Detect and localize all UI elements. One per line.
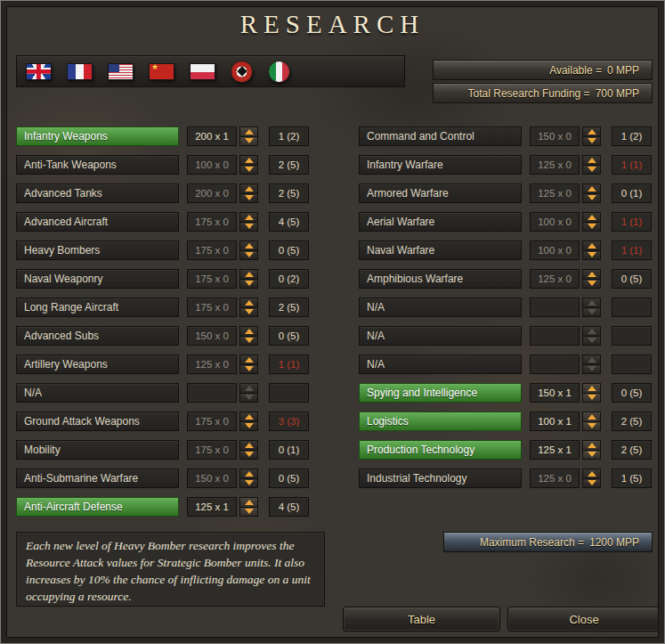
spinner-down-button[interactable]: [582, 136, 601, 147]
research-row: Advanced Aircraft 175 x 0 4 (5): [16, 212, 309, 232]
spinner-down-button[interactable]: [239, 507, 258, 518]
research-category-label[interactable]: Long Range Aircraft: [16, 298, 179, 317]
research-category-label[interactable]: Infantry Weapons: [16, 126, 179, 146]
research-category-label[interactable]: Anti-Aircraft Defense: [16, 497, 179, 517]
spinner-up-button[interactable]: [582, 183, 601, 193]
spinner-down-button[interactable]: [239, 165, 258, 175]
spinner-up-button[interactable]: [582, 212, 601, 222]
research-category-label[interactable]: Armored Warfare: [359, 183, 522, 203]
spinner-up-button[interactable]: [239, 183, 258, 193]
spinner-up-button[interactable]: [239, 469, 258, 478]
spinner-down-button[interactable]: [239, 478, 258, 489]
research-category-label[interactable]: N/A: [359, 326, 522, 346]
flag-france-icon[interactable]: [67, 63, 93, 80]
research-category-label[interactable]: Advanced Aircraft: [16, 212, 179, 232]
research-category-label[interactable]: Heavy Bombers: [16, 240, 179, 260]
spinner-down-button[interactable]: [239, 364, 258, 375]
spinner-down-button[interactable]: [582, 450, 601, 461]
research-category-label[interactable]: N/A: [359, 298, 522, 317]
table-button[interactable]: Table: [343, 607, 500, 632]
research-category-label[interactable]: Advanced Subs: [16, 326, 179, 346]
research-category-label[interactable]: Ground Attack Weapons: [16, 412, 179, 431]
research-category-label[interactable]: Advanced Tanks: [16, 183, 179, 203]
spinner-down-button[interactable]: [239, 222, 258, 232]
flag-united-kingdom-icon[interactable]: [26, 63, 52, 80]
spinner-up-button[interactable]: [239, 240, 258, 250]
spinner-up-button[interactable]: [239, 212, 258, 222]
research-category-label[interactable]: N/A: [359, 355, 522, 374]
spinner-down-button[interactable]: [239, 279, 258, 289]
research-cost-box: 175 x 0: [187, 440, 237, 460]
spinner-down-button[interactable]: [582, 393, 601, 404]
arrow-down-icon: [245, 366, 254, 371]
flag-poland-icon[interactable]: [190, 63, 215, 80]
research-row: N/A: [359, 326, 652, 346]
research-category-label[interactable]: Command and Control: [359, 126, 522, 146]
flag-italy-icon[interactable]: [268, 61, 290, 83]
spinner-down-button[interactable]: [582, 250, 601, 261]
research-cost-box: 125 x 1: [530, 440, 580, 460]
spinner-down-button[interactable]: [582, 364, 601, 375]
research-category-label[interactable]: Artillery Weapons: [16, 355, 179, 374]
spinner-down-button[interactable]: [239, 250, 258, 261]
spinner-up-button[interactable]: [582, 355, 601, 364]
spinner-down-button[interactable]: [582, 307, 601, 318]
research-category-label[interactable]: Anti-Submarine Warfare: [16, 469, 179, 488]
spinner-up-button[interactable]: [239, 326, 258, 336]
spinner-up-button[interactable]: [239, 126, 258, 136]
research-category-label[interactable]: Industrial Technology: [359, 469, 522, 488]
research-category-label[interactable]: Spying and Intelligence: [359, 383, 522, 403]
spinner-down-button[interactable]: [239, 421, 258, 432]
arrow-up-icon: [588, 443, 596, 448]
spinner-up-button[interactable]: [582, 383, 601, 393]
spinner-down-button[interactable]: [239, 136, 258, 147]
spinner-down-button[interactable]: [239, 307, 258, 318]
spinner-down-button[interactable]: [239, 393, 258, 404]
research-category-label[interactable]: Amphibious Warfare: [359, 269, 522, 289]
research-row: Infantry Warfare 125 x 0 1 (1): [359, 155, 652, 175]
spinner-up-button[interactable]: [239, 440, 258, 450]
research-spinner: [582, 212, 601, 232]
close-button[interactable]: Close: [507, 607, 661, 632]
spinner-up-button[interactable]: [239, 269, 258, 279]
spinner-down-button[interactable]: [239, 336, 258, 346]
spinner-up-button[interactable]: [239, 155, 258, 165]
research-category-label[interactable]: Production Technology: [359, 440, 522, 460]
research-category-label[interactable]: Mobility: [16, 440, 179, 460]
spinner-up-button[interactable]: [239, 355, 258, 364]
research-category-label[interactable]: Logistics: [359, 412, 522, 431]
spinner-up-button[interactable]: [239, 298, 258, 307]
flag-usa-icon[interactable]: [108, 63, 134, 80]
spinner-down-button[interactable]: [239, 193, 258, 204]
spinner-down-button[interactable]: [582, 421, 601, 432]
spinner-up-button[interactable]: [582, 412, 601, 421]
spinner-up-button[interactable]: [582, 269, 601, 279]
research-spinner: [582, 298, 601, 317]
spinner-down-button[interactable]: [582, 336, 601, 346]
spinner-down-button[interactable]: [582, 165, 601, 175]
spinner-up-button[interactable]: [582, 126, 601, 136]
spinner-down-button[interactable]: [582, 222, 601, 232]
research-category-label[interactable]: Naval Weaponry: [16, 269, 179, 289]
spinner-down-button[interactable]: [239, 450, 258, 461]
spinner-up-button[interactable]: [239, 412, 258, 421]
spinner-up-button[interactable]: [239, 383, 258, 393]
research-category-label[interactable]: Aerial Warfare: [359, 212, 522, 232]
spinner-up-button[interactable]: [582, 298, 601, 307]
spinner-up-button[interactable]: [582, 155, 601, 165]
flag-germany-icon[interactable]: [231, 61, 253, 83]
spinner-up-button[interactable]: [582, 469, 601, 478]
research-spinner: [582, 440, 601, 460]
research-category-label[interactable]: Naval Warfare: [359, 240, 522, 260]
spinner-up-button[interactable]: [239, 497, 258, 507]
spinner-down-button[interactable]: [582, 478, 601, 489]
research-category-label[interactable]: N/A: [16, 383, 179, 403]
spinner-down-button[interactable]: [582, 193, 601, 204]
flag-ussr-icon[interactable]: [149, 63, 174, 80]
spinner-up-button[interactable]: [582, 440, 601, 450]
research-category-label[interactable]: Infantry Warfare: [359, 155, 522, 175]
spinner-up-button[interactable]: [582, 326, 601, 336]
spinner-down-button[interactable]: [582, 279, 601, 289]
research-category-label[interactable]: Anti-Tank Weapons: [16, 155, 179, 175]
spinner-up-button[interactable]: [582, 240, 601, 250]
